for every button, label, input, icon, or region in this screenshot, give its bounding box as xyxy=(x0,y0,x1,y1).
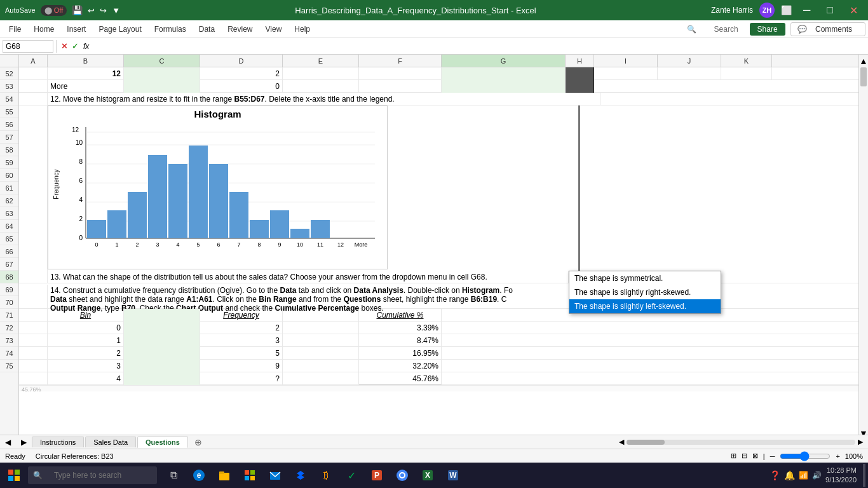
menu-review[interactable]: Review xyxy=(221,22,259,36)
cell-k52[interactable] xyxy=(721,67,772,80)
cell-h52[interactable] xyxy=(566,67,594,80)
scroll-track[interactable] xyxy=(859,67,868,428)
help-icon[interactable]: ❓ xyxy=(770,470,780,480)
cell-f53[interactable] xyxy=(359,80,442,93)
cell-f71[interactable]: 3.39% xyxy=(359,322,442,334)
cell-e53[interactable] xyxy=(283,80,359,93)
checkbox-icon[interactable]: ✓ xyxy=(340,464,363,487)
close-btn[interactable]: ✕ xyxy=(844,2,863,19)
next-sheet-btn[interactable]: ▶ xyxy=(16,438,32,447)
menu-view[interactable]: View xyxy=(259,22,288,36)
cell-b52[interactable]: 12 xyxy=(48,67,124,80)
cell-b72[interactable]: 1 xyxy=(48,334,124,347)
h-scroll-thumb[interactable] xyxy=(627,440,665,445)
start-button[interactable] xyxy=(3,464,25,487)
cell-a70[interactable] xyxy=(19,309,48,322)
cell-d74[interactable]: 9 xyxy=(200,360,283,372)
scroll-up-icon[interactable]: ▲ xyxy=(859,56,868,66)
cell-i52[interactable] xyxy=(594,67,658,80)
page-break-icon[interactable]: ⊠ xyxy=(752,452,758,460)
volume-icon[interactable]: 🔊 xyxy=(812,471,822,480)
formula-input[interactable] xyxy=(92,42,865,51)
cell-d71[interactable]: 2 xyxy=(200,322,283,334)
scroll-down-icon[interactable]: ▼ xyxy=(859,428,868,435)
cell-a72[interactable] xyxy=(19,334,48,347)
tab-instructions[interactable]: Instructions xyxy=(32,437,84,447)
cell-e70[interactable] xyxy=(283,309,359,322)
network-icon[interactable]: 📶 xyxy=(799,471,808,480)
add-sheet-btn[interactable]: ⊕ xyxy=(189,436,207,449)
cell-c74[interactable] xyxy=(124,360,200,372)
menu-page-layout[interactable]: Page Layout xyxy=(92,22,147,36)
chrome-icon[interactable] xyxy=(391,464,414,487)
store-icon[interactable] xyxy=(238,464,261,487)
cell-a71[interactable] xyxy=(19,322,48,334)
cell-a53[interactable] xyxy=(19,80,48,93)
cell-a74[interactable] xyxy=(19,360,48,372)
cell-e73[interactable] xyxy=(283,347,359,360)
cell-f73[interactable]: 16.95% xyxy=(359,347,442,360)
cell-d75[interactable]: ? xyxy=(200,372,283,385)
powerpoint-icon[interactable]: P xyxy=(365,464,388,487)
task-view-icon[interactable]: ⧉ xyxy=(162,464,185,487)
cell-d53[interactable]: 0 xyxy=(200,80,283,93)
cell-e52[interactable] xyxy=(283,67,359,80)
minimize-btn[interactable]: ─ xyxy=(798,2,815,18)
dropdown-option-right-skewed[interactable]: The shape is slightly right-skewed. xyxy=(569,285,721,299)
histogram-chart[interactable]: Histogram 0 2 4 6 8 xyxy=(48,105,388,269)
cell-e74[interactable] xyxy=(283,360,359,372)
cell-c72[interactable] xyxy=(124,334,200,347)
cell-f72[interactable]: 8.47% xyxy=(359,334,442,347)
cell-a54[interactable] xyxy=(19,93,48,105)
cell-b71[interactable]: 0 xyxy=(48,322,124,334)
scroll-thumb[interactable] xyxy=(860,67,867,86)
cell-b75[interactable]: 4 xyxy=(48,372,124,385)
dropdown-option-symmetrical[interactable]: The shape is symmetrical. xyxy=(569,271,721,285)
formula-check-icon[interactable]: ✓ xyxy=(72,41,79,51)
dropbox-icon[interactable] xyxy=(289,464,312,487)
search-text[interactable]: Search xyxy=(708,22,745,36)
cell-reference[interactable] xyxy=(3,40,53,53)
maximize-btn[interactable]: □ xyxy=(822,2,838,18)
cell-a68[interactable] xyxy=(19,271,48,283)
cell-d73[interactable]: 5 xyxy=(200,347,283,360)
cell-h53[interactable] xyxy=(566,80,594,93)
menu-home[interactable]: Home xyxy=(27,22,60,36)
scroll-left-icon[interactable]: ◀ xyxy=(619,438,624,446)
tab-questions[interactable]: Questions xyxy=(137,437,188,448)
cell-d52[interactable]: 2 xyxy=(200,67,283,80)
undo-icon[interactable]: ↩ xyxy=(88,6,95,15)
autosave-toggle[interactable]: ⬤ Off xyxy=(41,5,67,16)
cell-j52[interactable] xyxy=(658,67,721,80)
customize-icon[interactable]: ▼ xyxy=(112,6,120,15)
dropdown-option-left-skewed[interactable]: The shape is slightly left-skewed. xyxy=(569,299,721,313)
menu-formulas[interactable]: Formulas xyxy=(148,22,193,36)
cell-g53[interactable] xyxy=(442,80,566,93)
menu-data[interactable]: Data xyxy=(193,22,221,36)
cell-c70[interactable] xyxy=(124,309,200,322)
h-scroll-track[interactable] xyxy=(627,440,855,445)
cell-e71[interactable] xyxy=(283,322,359,334)
cell-g52[interactable] xyxy=(442,67,566,80)
zoom-out-icon[interactable]: ─ xyxy=(770,452,775,460)
page-layout-icon[interactable]: ⊟ xyxy=(742,452,747,460)
vertical-scrollbar[interactable]: ▲ ▼ xyxy=(858,55,868,435)
notification-icon[interactable]: 🔔 xyxy=(784,470,795,480)
normal-view-icon[interactable]: ⊞ xyxy=(731,452,736,460)
cell-c71[interactable] xyxy=(124,322,200,334)
cell-e72[interactable] xyxy=(283,334,359,347)
cell-a69[interactable] xyxy=(19,285,48,310)
formula-fx-icon[interactable]: fx xyxy=(83,42,89,51)
trading-icon[interactable]: ₿ xyxy=(315,464,337,487)
menu-insert[interactable]: Insert xyxy=(60,22,92,36)
cell-a75[interactable] xyxy=(19,372,48,385)
cell-d72[interactable]: 3 xyxy=(200,334,283,347)
menu-file[interactable]: File xyxy=(3,22,27,36)
cell-f74[interactable]: 32.20% xyxy=(359,360,442,372)
cell-e75[interactable] xyxy=(283,372,359,385)
word-icon[interactable]: W xyxy=(442,464,465,487)
prev-sheet-btn[interactable]: ◀ xyxy=(0,438,16,447)
cell-b53[interactable]: More xyxy=(48,80,124,93)
save-icon[interactable]: 💾 xyxy=(72,5,83,15)
zoom-slider[interactable] xyxy=(780,452,831,460)
